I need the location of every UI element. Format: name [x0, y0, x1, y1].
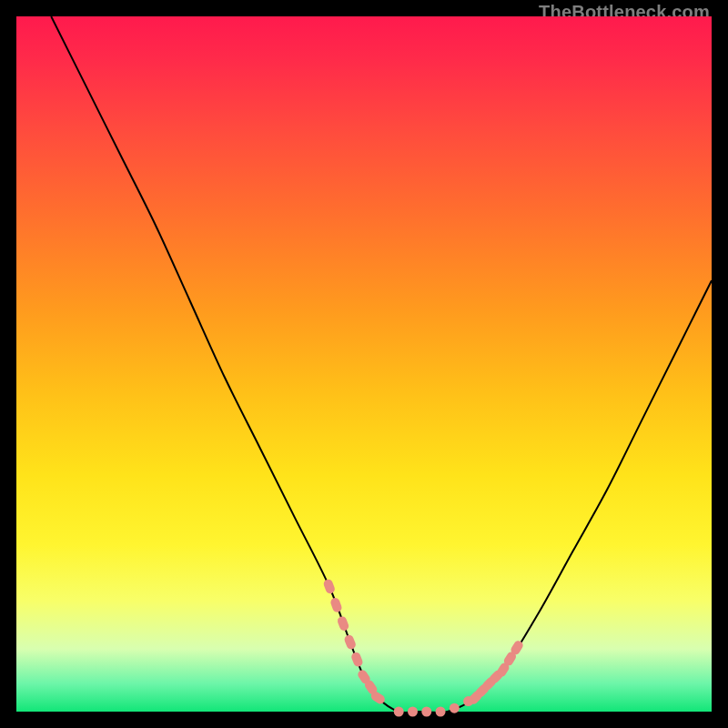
chart-stage: TheBottleneck.com	[0, 0, 728, 728]
valley-marker	[436, 707, 446, 717]
curve-path	[51, 16, 712, 713]
highlight-marker	[329, 597, 343, 613]
highlight-marker	[322, 578, 336, 594]
valley-marker	[421, 707, 431, 717]
highlight-marker	[337, 615, 350, 632]
highlight-marker	[343, 633, 357, 651]
valley-marker	[450, 703, 460, 713]
bottleneck-curve	[16, 16, 712, 712]
valley-marker	[463, 696, 473, 706]
plot-area	[16, 16, 712, 712]
valley-marker	[408, 707, 418, 717]
valley-marker	[394, 707, 404, 717]
highlight-marker	[350, 651, 364, 668]
